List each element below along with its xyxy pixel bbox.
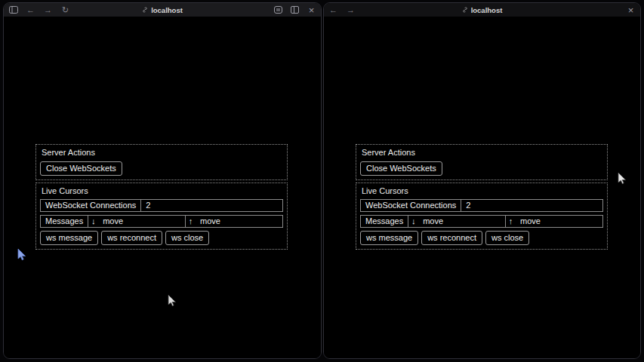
server-actions-panel: Server Actions Close WebSockets [356,144,608,180]
forward-icon[interactable]: → [43,5,53,15]
panel-legend: Server Actions [42,148,283,158]
sidebar-toggle-icon[interactable] [8,5,18,15]
outgoing-arrow-icon: ↓ [408,216,418,227]
panel-legend: Live Cursors [42,186,283,196]
ws-close-button[interactable]: ws close [485,231,529,245]
incoming-arrow-icon: ↑ [186,216,196,227]
incoming-message-value: move [196,216,282,227]
ws-message-button[interactable]: ws message [360,231,418,245]
reload-icon[interactable]: ↻ [60,5,70,15]
close-websockets-button[interactable]: Close WebSockets [40,161,122,176]
titlebar[interactable]: ← → localhost × [324,3,640,17]
outgoing-message-value: move [418,216,506,227]
messages-row: Messages ↓ move ↑ move [40,215,283,228]
server-actions-panel: Server Actions Close WebSockets [35,144,288,180]
connections-value: 2 [141,200,282,211]
page-content: Server Actions Close WebSockets Live Cur… [4,17,321,359]
ws-reconnect-button[interactable]: ws reconnect [101,231,162,245]
connections-label: WebSocket Connections [361,200,461,211]
connections-value: 2 [461,200,602,211]
incoming-message-value: move [516,216,602,227]
desktop: ← → ↻ localhost × Server Acti [0,0,644,362]
page-content: Server Actions Close WebSockets Live Cur… [324,17,640,359]
back-icon[interactable]: ← [328,5,338,15]
live-cursors-panel: Live Cursors WebSocket Connections 2 Mes… [356,183,608,250]
url-title: localhost [324,3,640,17]
close-icon[interactable]: × [626,5,636,15]
browser-window-left: ← → ↻ localhost × Server Acti [3,2,322,359]
connections-row: WebSocket Connections 2 [40,199,283,212]
back-icon[interactable]: ← [26,5,35,15]
close-websockets-button[interactable]: Close WebSockets [360,161,442,176]
close-icon[interactable]: × [307,5,316,15]
messages-row: Messages ↓ move ↑ move [360,215,603,228]
messages-label: Messages [41,216,88,227]
connections-label: WebSocket Connections [41,200,141,211]
connections-row: WebSocket Connections 2 [360,199,603,212]
messages-label: Messages [361,216,408,227]
live-cursors-panel: Live Cursors WebSocket Connections 2 Mes… [35,183,288,250]
link-icon [142,7,148,13]
panel-legend: Live Cursors [362,186,603,196]
titlebar[interactable]: ← → ↻ localhost × [4,3,321,17]
ws-reconnect-button[interactable]: ws reconnect [421,231,482,245]
page-title: localhost [151,6,183,14]
page-title: localhost [471,6,503,14]
ws-close-button[interactable]: ws close [165,231,209,245]
outgoing-message-value: move [98,216,186,227]
console-icon[interactable] [273,5,283,15]
incoming-arrow-icon: ↑ [506,216,516,227]
forward-icon[interactable]: → [346,5,356,15]
panel-legend: Server Actions [362,148,603,158]
browser-window-right: ← → localhost × Server Actions Close Web… [323,2,641,359]
link-icon [462,7,468,13]
split-view-icon[interactable] [290,5,300,15]
ws-message-button[interactable]: ws message [40,231,98,245]
outgoing-arrow-icon: ↓ [88,216,98,227]
